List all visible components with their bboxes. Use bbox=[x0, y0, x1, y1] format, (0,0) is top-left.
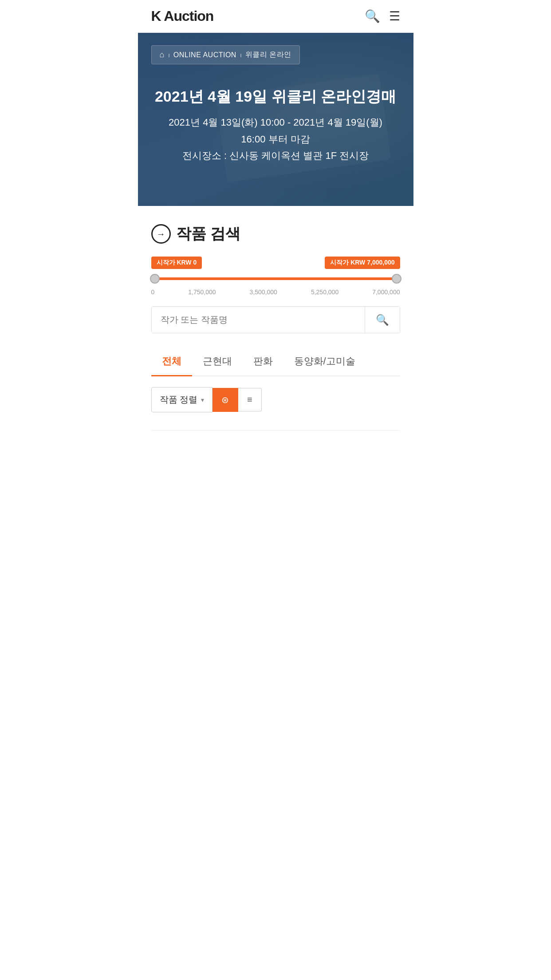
chevron-down-icon: ▾ bbox=[201, 396, 204, 403]
search-heading-icon: → bbox=[151, 224, 171, 244]
category-tabs: 전체 근현대 판화 동양화/고미술 bbox=[151, 348, 400, 376]
controls-row: 작품 정렬 ▾ ⊛ ≡ bbox=[151, 387, 400, 412]
bottom-divider bbox=[151, 430, 400, 431]
sort-label: 작품 정렬 bbox=[160, 394, 198, 406]
tab-oriental[interactable]: 동양화/고미술 bbox=[283, 348, 366, 376]
search-submit-button[interactable]: 🔍 bbox=[365, 307, 400, 333]
breadcrumb-home-icon[interactable]: ⌂ bbox=[160, 50, 165, 59]
hero-date-range: 2021년 4월 13일(화) 10:00 - 2021년 4월 19일(월) … bbox=[151, 114, 400, 164]
range-min-label: 시작가 KRW 0 bbox=[151, 257, 202, 269]
sort-select-button[interactable]: 작품 정렬 ▾ bbox=[151, 387, 213, 412]
search-section: → 작품 검색 시작가 KRW 0 시작가 KRW 7,000,000 0 1,… bbox=[138, 206, 413, 430]
header-icons: 🔍 ☰ bbox=[365, 9, 400, 24]
range-thumb-right[interactable] bbox=[392, 274, 401, 284]
search-input-row: 🔍 bbox=[151, 306, 400, 333]
range-track-fill bbox=[155, 277, 397, 280]
tab-modern[interactable]: 근현대 bbox=[192, 348, 243, 376]
range-scale-1: 1,750,000 bbox=[188, 288, 216, 296]
range-track[interactable] bbox=[155, 273, 397, 284]
search-submit-icon: 🔍 bbox=[376, 314, 389, 326]
list-view-button[interactable]: ≡ bbox=[238, 388, 262, 411]
breadcrumb-weekly-online[interactable]: 위클리 온라인 bbox=[245, 50, 291, 59]
search-heading-text: 작품 검색 bbox=[176, 224, 240, 244]
breadcrumb-sep-1: ı bbox=[168, 51, 170, 59]
hero-content: 2021년 4월 19일 위클리 온라인경매 2021년 4월 13일(화) 1… bbox=[138, 64, 413, 182]
menu-icon[interactable]: ☰ bbox=[389, 9, 400, 24]
range-scale-3: 5,250,000 bbox=[311, 288, 338, 296]
search-heading: → 작품 검색 bbox=[151, 224, 400, 244]
search-icon[interactable]: 🔍 bbox=[365, 9, 380, 24]
tab-print[interactable]: 판화 bbox=[243, 348, 283, 376]
tab-all[interactable]: 전체 bbox=[151, 348, 192, 376]
logo: K Auction bbox=[151, 8, 214, 24]
search-input[interactable] bbox=[152, 307, 365, 333]
breadcrumb: ⌂ ı ONLINE AUCTION ı 위클리 온라인 bbox=[151, 45, 300, 64]
list-icon: ≡ bbox=[247, 395, 252, 405]
hero-title: 2021년 4월 19일 위클리 온라인경매 bbox=[151, 87, 400, 106]
range-max-label: 시작가 KRW 7,000,000 bbox=[325, 257, 400, 269]
range-scale-0: 0 bbox=[151, 288, 155, 296]
range-slider-container: 시작가 KRW 0 시작가 KRW 7,000,000 0 1,750,000 … bbox=[151, 257, 400, 296]
breadcrumb-online-auction[interactable]: ONLINE AUCTION bbox=[173, 51, 236, 59]
breadcrumb-sep-2: ı bbox=[240, 51, 242, 59]
grid-view-button[interactable]: ⊛ bbox=[213, 388, 238, 412]
range-labels-top: 시작가 KRW 0 시작가 KRW 7,000,000 bbox=[151, 257, 400, 269]
header: K Auction 🔍 ☰ bbox=[138, 0, 413, 33]
hero-banner: ⌂ ı ONLINE AUCTION ı 위클리 온라인 2021년 4월 19… bbox=[138, 33, 413, 206]
range-scale-2: 3,500,000 bbox=[250, 288, 277, 296]
grid-icon: ⊛ bbox=[221, 395, 229, 405]
range-scale: 0 1,750,000 3,500,000 5,250,000 7,000,00… bbox=[151, 288, 400, 296]
range-thumb-left[interactable] bbox=[150, 274, 160, 284]
range-scale-4: 7,000,000 bbox=[372, 288, 400, 296]
